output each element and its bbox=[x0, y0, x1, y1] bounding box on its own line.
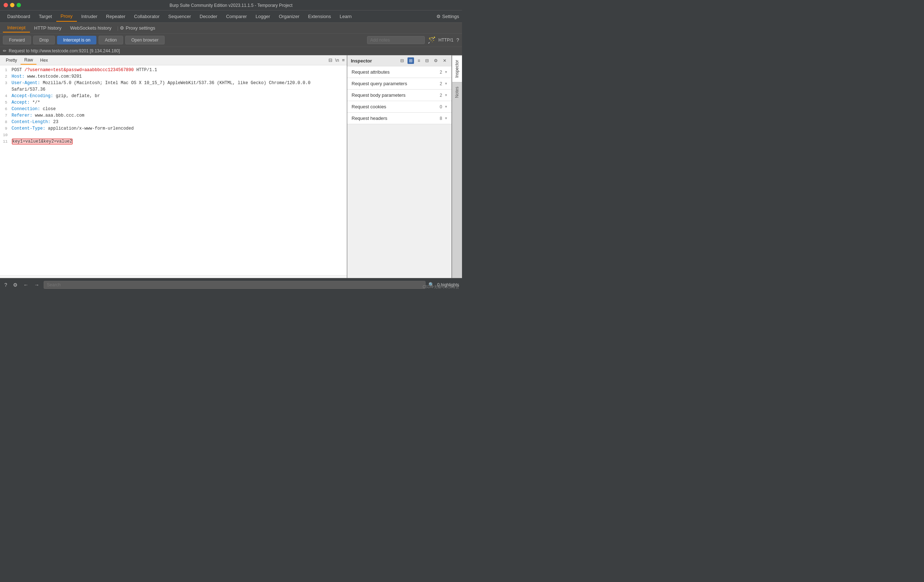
sub-nav-intercept[interactable]: Intercept bbox=[3, 23, 30, 33]
line-num-4: 4 bbox=[0, 93, 10, 99]
help-bottom-icon[interactable]: ? bbox=[3, 281, 9, 288]
more-icon[interactable]: ≡ bbox=[342, 58, 345, 63]
forward-nav-button[interactable]: → bbox=[33, 281, 41, 288]
bottom-search-input[interactable] bbox=[44, 281, 426, 289]
nav-proxy[interactable]: Proxy bbox=[56, 11, 77, 21]
line-num-5: 5 bbox=[0, 99, 10, 106]
tab-pretty[interactable]: Pretty bbox=[2, 56, 21, 64]
nav-sequencer[interactable]: Sequencer bbox=[164, 12, 195, 21]
nav-repeater[interactable]: Repeater bbox=[102, 12, 130, 21]
side-tabs: Inspector Notes bbox=[452, 55, 462, 287]
code-line-8: 8 Content-Length: 23 bbox=[0, 119, 347, 125]
tab-raw[interactable]: Raw bbox=[21, 56, 36, 64]
text-view-icon[interactable]: ⊟ bbox=[328, 58, 332, 63]
inspector-row-cookies[interactable]: Request cookies 0 ▾ bbox=[347, 101, 452, 112]
sub-nav-http-history[interactable]: HTTP history bbox=[30, 24, 66, 32]
help-icon[interactable]: ? bbox=[456, 37, 459, 43]
nav-target[interactable]: Target bbox=[35, 12, 56, 21]
chevron-down-icon: ▾ bbox=[445, 93, 447, 98]
sub-nav-separator: | bbox=[116, 25, 120, 31]
inspector-row-label-body-params: Request body parameters bbox=[351, 93, 440, 98]
tab-hex[interactable]: Hex bbox=[36, 56, 51, 64]
side-tab-inspector[interactable]: Inspector bbox=[452, 55, 462, 82]
line-content-5: Accept: */* bbox=[10, 99, 347, 106]
inspector-row-attributes[interactable]: Request attributes 2 ▾ bbox=[347, 66, 452, 78]
line-num-11: 11 bbox=[0, 138, 10, 145]
intercept-button[interactable]: Intercept is on bbox=[57, 36, 96, 45]
pencil-icon: ✏ bbox=[3, 48, 7, 53]
title-bar: Burp Suite Community Edition v2023.11.1.… bbox=[0, 0, 462, 10]
line-num-3-cont bbox=[0, 86, 10, 93]
main-nav: Dashboard Target Proxy Intruder Repeater… bbox=[0, 10, 462, 23]
nav-decoder[interactable]: Decoder bbox=[195, 12, 222, 21]
wrap-icon[interactable]: \n bbox=[335, 58, 339, 63]
content-area: Pretty Raw Hex ⊟ \n ≡ 1 POST /?username=… bbox=[0, 55, 462, 287]
nav-organizer[interactable]: Organizer bbox=[274, 12, 304, 21]
back-button[interactable]: ← bbox=[22, 281, 30, 288]
request-url: Request to http://www.testcode.com:9201 … bbox=[9, 48, 120, 53]
open-browser-button[interactable]: Open browser bbox=[125, 36, 165, 45]
line-content-2: Host: www.testcode.com:9201 bbox=[10, 73, 347, 80]
inspector-row-query-params[interactable]: Request query parameters 2 ▾ bbox=[347, 78, 452, 89]
inspector-columns-icon[interactable]: ⊟ bbox=[424, 58, 430, 64]
toolbar-right: 🪄 HTTP/1 ? bbox=[367, 36, 459, 44]
inspector-panel: Inspector ⊟ ⊞ ≡ ⊟ ⚙ ✕ Request attributes… bbox=[347, 55, 452, 287]
chevron-down-icon: ▾ bbox=[445, 104, 447, 109]
nav-intruder[interactable]: Intruder bbox=[77, 12, 102, 21]
minimize-button[interactable] bbox=[10, 3, 15, 7]
code-line-9: 9 Content-Type: application/x-www-form-u… bbox=[0, 125, 347, 132]
line-content-3-cont: Safari/537.36 bbox=[10, 86, 347, 93]
nav-comparer[interactable]: Comparer bbox=[222, 12, 251, 21]
inspector-row-body-params[interactable]: Request body parameters 2 ▾ bbox=[347, 89, 452, 101]
editor-panel: Pretty Raw Hex ⊟ \n ≡ 1 POST /?username=… bbox=[0, 55, 347, 287]
close-button[interactable] bbox=[3, 3, 8, 7]
sub-nav-websockets-history[interactable]: WebSockets history bbox=[66, 24, 116, 32]
line-content-3: User-Agent: Mozilla/5.0 (Macintosh; Inte… bbox=[10, 80, 347, 86]
inspector-row-count-attributes: 2 bbox=[440, 70, 442, 75]
nav-learn[interactable]: Learn bbox=[335, 12, 356, 21]
nav-logger[interactable]: Logger bbox=[251, 12, 274, 21]
drop-button[interactable]: Drop bbox=[33, 36, 55, 45]
inspector-row-label-attributes: Request attributes bbox=[351, 69, 440, 75]
line-content-7: Referer: www.aaa.bbb.ccc.com bbox=[10, 112, 347, 119]
line-num-6: 6 bbox=[0, 106, 10, 112]
line-num-3: 3 bbox=[0, 80, 10, 86]
inspector-row-label-query-params: Request query parameters bbox=[351, 81, 440, 86]
line-content-4: Accept-Encoding: gzip, deflate, br bbox=[10, 93, 347, 99]
inspector-row-count-body-params: 2 bbox=[440, 93, 442, 98]
code-line-5: 5 Accept: */* bbox=[0, 99, 347, 106]
nav-extensions[interactable]: Extensions bbox=[304, 12, 336, 21]
add-notes-input[interactable] bbox=[367, 36, 425, 44]
forward-button[interactable]: Forward bbox=[3, 36, 31, 45]
window-title: Burp Suite Community Edition v2023.11.1.… bbox=[170, 3, 293, 8]
wand-icon: 🪄 bbox=[428, 36, 436, 44]
line-num-7: 7 bbox=[0, 112, 10, 119]
inspector-grid-icon[interactable]: ⊞ bbox=[408, 58, 414, 64]
settings-button[interactable]: ⚙ Settings bbox=[436, 14, 459, 19]
inspector-align-icon[interactable]: ≡ bbox=[416, 58, 422, 64]
proxy-settings-button[interactable]: ⚙ Proxy settings bbox=[120, 25, 155, 31]
inspector-title: Inspector bbox=[351, 58, 397, 64]
settings-bottom-icon[interactable]: ⚙ bbox=[12, 281, 19, 288]
inspector-list-icon[interactable]: ⊟ bbox=[399, 58, 405, 64]
line-num-9: 9 bbox=[0, 125, 10, 132]
toolbar: Forward Drop Intercept is on Action Open… bbox=[0, 33, 462, 47]
line-num-10: 10 bbox=[0, 132, 10, 138]
chevron-down-icon: ▾ bbox=[445, 116, 447, 121]
inspector-settings-icon[interactable]: ⚙ bbox=[432, 58, 439, 64]
nav-collaborator[interactable]: Collaborator bbox=[130, 12, 164, 21]
code-editor[interactable]: 1 POST /?username=test&passwd=aaabbbccc1… bbox=[0, 65, 347, 276]
inspector-row-count-cookies: 0 bbox=[440, 104, 442, 109]
maximize-button[interactable] bbox=[16, 3, 21, 7]
editor-tabs: Pretty Raw Hex ⊟ \n ≡ bbox=[0, 55, 347, 65]
code-line-4: 4 Accept-Encoding: gzip, deflate, br bbox=[0, 93, 347, 99]
inspector-row-headers[interactable]: Request headers 8 ▾ bbox=[347, 112, 452, 124]
side-tab-notes[interactable]: Notes bbox=[452, 82, 462, 102]
code-line-1: 1 POST /?username=test&passwd=aaabbbccc1… bbox=[0, 67, 347, 73]
nav-dashboard[interactable]: Dashboard bbox=[3, 12, 35, 21]
action-button[interactable]: Action bbox=[99, 36, 123, 45]
code-line-2: 2 Host: www.testcode.com:9201 bbox=[0, 73, 347, 80]
inspector-close-icon[interactable]: ✕ bbox=[441, 58, 448, 64]
line-num-2: 2 bbox=[0, 73, 10, 80]
code-line-10: 10 bbox=[0, 132, 347, 138]
